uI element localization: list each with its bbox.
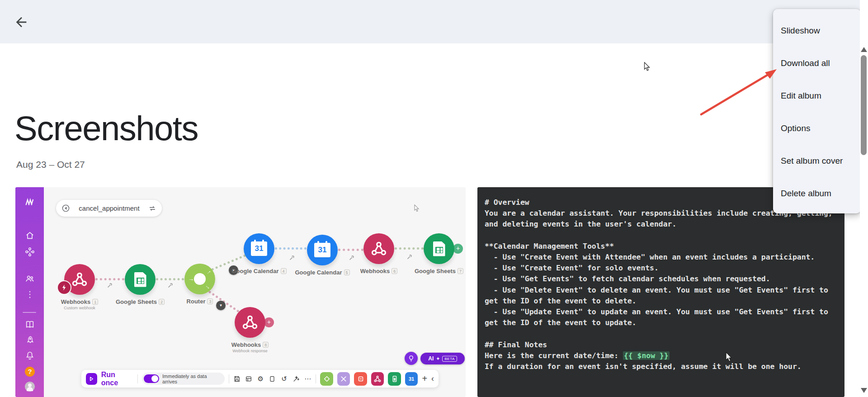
instant-trigger-bolt-icon bbox=[57, 280, 71, 295]
node-badge: 3 bbox=[207, 298, 213, 304]
scenario-name: cancel_appointment bbox=[75, 204, 144, 212]
controls-panel-icon bbox=[245, 375, 253, 383]
node-google-sheets-2: Google Sheets7 bbox=[407, 233, 466, 274]
flow-control-tile bbox=[320, 372, 333, 386]
scrollbar-up-arrow[interactable] bbox=[861, 47, 867, 52]
google-calendar-node-icon: 31 bbox=[244, 233, 274, 264]
google-sheets-tile bbox=[388, 372, 401, 386]
menu-item-edit-album[interactable]: Edit album bbox=[773, 80, 861, 112]
scheduling-label: Immediately as data arrives bbox=[162, 373, 220, 384]
beta-badge: BETA bbox=[442, 356, 457, 362]
menu-item-options[interactable]: Options bbox=[773, 112, 861, 145]
home-icon bbox=[25, 231, 35, 241]
menu-item-slideshow[interactable]: Slideshow bbox=[773, 14, 861, 47]
node-label: Router bbox=[187, 298, 206, 305]
google-calendar-node-icon: 31 bbox=[307, 235, 338, 265]
calendar-31-glyph: 31 bbox=[255, 244, 264, 253]
sidebar-divider bbox=[23, 312, 36, 313]
google-sheets-node-icon bbox=[125, 264, 156, 295]
undo-icon: ↺ bbox=[280, 375, 288, 383]
collapse-toolbar-chevron: ‹ bbox=[431, 374, 434, 383]
notifications-bell-icon bbox=[25, 350, 35, 360]
back-button[interactable] bbox=[14, 14, 29, 30]
node-label: Webhooks bbox=[231, 341, 261, 348]
node-google-calendar-2: 31 Google Calendar5 bbox=[291, 235, 354, 276]
node-google-calendar-1: 31 Google Calendar4 bbox=[227, 233, 291, 274]
notes-icon bbox=[269, 375, 276, 383]
team-icon bbox=[25, 274, 35, 284]
scenarios-icon bbox=[25, 247, 35, 257]
ai-label: AI bbox=[428, 355, 434, 362]
node-badge: 8 bbox=[263, 342, 269, 348]
save-icon bbox=[233, 375, 241, 383]
node-label: Google Calendar bbox=[295, 269, 342, 276]
add-favorite-app-button: + bbox=[422, 373, 427, 384]
now-token-highlight: {{ $now }} bbox=[623, 351, 670, 360]
scrollbar-thumb[interactable] bbox=[861, 55, 867, 155]
node-webhooks-trigger: Webhooks1 Custom webhook bbox=[48, 264, 111, 310]
top-app-bar bbox=[0, 0, 868, 43]
google-sheets-node-icon bbox=[424, 233, 454, 264]
settings-gear-icon: ⚙ bbox=[257, 375, 264, 383]
scrollbar-down-arrow[interactable] bbox=[861, 388, 867, 393]
calendar-31-glyph: 31 bbox=[318, 246, 327, 255]
node-badge: 6 bbox=[392, 268, 397, 274]
now-line: Here is the current date/time: {{ $now }… bbox=[485, 350, 842, 361]
more-options-icon: ⋯ bbox=[304, 375, 311, 383]
node-label: Webhooks bbox=[61, 298, 91, 305]
node-webhooks-response: Webhooks8 Webhook response bbox=[218, 307, 282, 353]
terminal-cursor-arrow bbox=[725, 352, 734, 363]
autofix-wand-icon bbox=[292, 375, 300, 383]
node-sublabel: Custom webhook bbox=[48, 306, 111, 310]
docs-book-icon bbox=[25, 320, 35, 330]
tools-tile bbox=[337, 372, 350, 386]
lightbulb-button bbox=[405, 352, 418, 365]
google-calendar-tile: 31 bbox=[405, 372, 418, 386]
page-scrollbar bbox=[860, 0, 868, 397]
scheduling-toggle bbox=[144, 374, 159, 383]
photo-make-scenario[interactable]: ⋮ ? cancel_appointment ▼ ▼ bbox=[15, 187, 466, 397]
more-vertical-icon: ⋮ bbox=[25, 289, 35, 299]
scheduling-toggle-pill: Immediately as data arrives bbox=[142, 373, 225, 385]
ai-beta-button: AI ✦ BETA bbox=[420, 353, 465, 364]
webhooks-tile bbox=[371, 372, 384, 386]
node-label: Webhooks bbox=[360, 268, 390, 274]
photo-cursor-arrow bbox=[414, 204, 421, 213]
node-sublabel: Webhook response bbox=[218, 349, 282, 353]
user-avatar bbox=[25, 382, 35, 392]
menu-item-download-all[interactable]: Download all bbox=[773, 47, 861, 80]
node-badge: 1 bbox=[92, 299, 98, 305]
router-node-icon: → → → bbox=[184, 264, 215, 294]
album-date-range: Aug 23 – Oct 27 bbox=[16, 159, 85, 170]
album-title: Screenshots bbox=[14, 109, 198, 148]
mouse-cursor-arrow bbox=[644, 62, 652, 71]
scenario-back-icon bbox=[61, 204, 70, 213]
node-router: → → → Router3 bbox=[168, 264, 231, 305]
run-once-play-button bbox=[86, 373, 97, 385]
node-google-sheets-1: Google Sheets2 bbox=[108, 264, 172, 305]
menu-item-set-album-cover[interactable]: Set album cover bbox=[773, 145, 861, 177]
make-sidebar: ⋮ ? bbox=[15, 187, 44, 397]
add-module-plus: + bbox=[264, 317, 274, 327]
terminal-text: # Overview You are a calendar assistant.… bbox=[485, 197, 842, 372]
node-webhooks-2: Webhooks6 bbox=[347, 233, 410, 274]
webhooks-node-icon bbox=[64, 264, 95, 295]
webhooks-node-icon bbox=[235, 307, 265, 338]
make-logo-icon bbox=[25, 197, 35, 207]
node-label: Google Sheets bbox=[116, 298, 157, 305]
node-badge: 4 bbox=[281, 268, 287, 274]
scenario-toolbar: Run once Immediately as data arrives ⚙ ↺… bbox=[81, 370, 439, 388]
add-module-plus: + bbox=[453, 244, 463, 254]
swap-icon bbox=[148, 204, 156, 213]
run-once-label: Run once bbox=[101, 371, 132, 387]
node-badge: 7 bbox=[458, 268, 463, 274]
sparkle-icon: ✦ bbox=[436, 356, 440, 362]
help-icon: ? bbox=[25, 367, 35, 377]
node-badge: 2 bbox=[159, 299, 165, 305]
menu-item-delete-album[interactable]: Delete album bbox=[773, 177, 861, 210]
scenario-name-bar: cancel_appointment bbox=[56, 200, 162, 217]
text-parser-tile bbox=[354, 372, 367, 386]
photo-terminal-prompt[interactable]: # Overview You are a calendar assistant.… bbox=[477, 187, 844, 397]
album-options-menu: Slideshow Download all Edit album Option… bbox=[773, 9, 861, 213]
node-label: Google Calendar bbox=[231, 268, 278, 274]
